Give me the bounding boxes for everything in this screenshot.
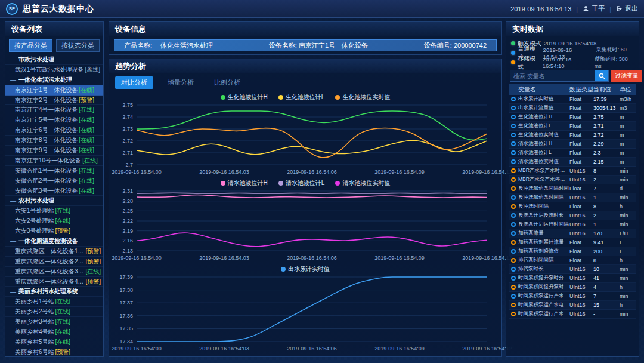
collapse-icon[interactable]: — [10, 198, 16, 204]
collapse-icon[interactable]: — [10, 56, 16, 63]
tree-device-item[interactable]: 南京江宁2号一体化设备[预警] [5, 96, 103, 106]
tab-compare-analysis[interactable]: 对比分析 [115, 76, 153, 89]
variable-row[interactable]: 清水池液位计LFloat2.3m [509, 149, 636, 158]
variable-row[interactable]: 出水累计实时值Float17.39m3/h [509, 95, 636, 104]
variable-search-input[interactable] [510, 70, 595, 81]
y-tick-label: 2.22 [122, 218, 133, 224]
tree-device-item[interactable]: 美丽乡村4号站[在线] [5, 327, 103, 337]
tree-device-item[interactable]: 重庆武隆区一体化设备4号站[预警] [5, 277, 103, 287]
device-label: 南京江宁10号一体化设备 [15, 156, 81, 165]
variable-row[interactable]: 加药泵流量UInt16170L/H [509, 229, 636, 238]
logout-button[interactable]: 退出 [616, 4, 638, 13]
variable-row[interactable]: 时间累积泵运行产水电动阀分UInt16-min [509, 310, 636, 319]
tree-category[interactable]: —一体化厕温度检测设备 [5, 236, 103, 247]
tree-device-item[interactable]: 安徽合肥3号一体化设备[在线] [5, 186, 103, 196]
variable-row[interactable]: 排污泵时间间隔Float8h [509, 256, 636, 265]
legend-item[interactable]: 生化池液位计H [221, 93, 268, 101]
tree-device-item[interactable]: 南京江宁5号一体化设备[在线] [5, 115, 103, 125]
variable-row[interactable]: MBR产水泵产水时间分UInt168min [509, 167, 636, 176]
tree-device-item[interactable]: 安徽合肥1号一体化设备[在线] [5, 166, 103, 176]
tree-device-item[interactable]: 南京江宁4号一体化设备[在线] [5, 105, 103, 115]
cell-variable-name: 出水累计实时值 [518, 96, 569, 103]
collapse-icon[interactable]: — [10, 76, 16, 83]
tab-by-product[interactable]: 按产品分类 [9, 39, 52, 52]
variable-row[interactable]: 加药泵药剂瞬流值Float200L [509, 247, 636, 256]
legend-item[interactable]: 生化池液位实时值 [335, 93, 390, 101]
cell-unit: d [620, 186, 636, 192]
tree-device-item[interactable]: 安徽合肥2号一体化设备[在线] [5, 176, 103, 186]
status-tag: [在线] [79, 146, 95, 155]
y-tick-label: 2.19 [122, 228, 133, 234]
x-axis: 2019-09-16 16:54:002019-09-16 16:54:0320… [137, 345, 487, 353]
status-tag: [在线] [79, 86, 95, 94]
tree-device-item[interactable]: 美丽乡村3号站[在线] [5, 317, 103, 327]
tab-ratio-analysis[interactable]: 比例分析 [208, 76, 246, 89]
device-list-title: 设备列表 [5, 22, 103, 36]
tree-device-item[interactable]: 六安1号处理站[在线] [5, 206, 103, 216]
tree-device-item[interactable]: 六安3号处理站[预警] [5, 226, 103, 236]
legend-item[interactable]: 清水池液位计H [221, 179, 268, 187]
tree-category[interactable]: —一体化生活污水处理 [5, 75, 103, 85]
variable-row[interactable]: 时间累积泵运行产水电动阀分UInt167min [509, 292, 636, 301]
tree-device-item[interactable]: 南京江宁9号一体化设备[在线] [5, 146, 103, 156]
variable-row[interactable]: 时间累积泵运产水电动阀时UInt1615h [509, 301, 636, 310]
variable-row[interactable]: 加药泵药剂累计流量Float9.41L [509, 238, 636, 247]
status-tag: [在线] [82, 156, 98, 165]
cell-current-value: 2 [593, 213, 620, 219]
variable-row[interactable]: 清水池液位实时值Float2.15m [509, 158, 636, 167]
realtime-title: 实时数据 [506, 22, 639, 36]
cell-unit: h [620, 257, 636, 263]
tree-category[interactable]: —美丽乡村污水处理系统 [5, 287, 103, 297]
tree-category[interactable]: —农村污水处理 [5, 196, 103, 206]
collapse-icon[interactable]: — [10, 288, 16, 295]
chart-plot[interactable] [137, 188, 487, 254]
variable-row[interactable]: 生化池液位实时值Float2.72m [509, 131, 636, 140]
logout-icon [616, 5, 623, 12]
tab-increment-analysis[interactable]: 增量分析 [162, 76, 200, 89]
cell-variable-name: 出水累计流量值 [518, 104, 569, 112]
variable-row[interactable]: 清水池液位计HFloat2.29m [509, 140, 636, 149]
user-menu[interactable]: 王平 [583, 4, 605, 13]
variable-row[interactable]: 排污泵时长UInt1610min [509, 265, 636, 274]
variable-status-icon [511, 150, 516, 155]
variable-row[interactable]: 反冲洗加药泵间隔时间Float7d [509, 184, 636, 193]
search-button[interactable] [595, 70, 608, 81]
tree-device-item[interactable]: 南京江宁10号一体化设备[在线] [5, 156, 103, 166]
tree-device-item[interactable]: 六安2号处理站[在线] [5, 216, 103, 226]
legend-dot-icon [221, 95, 225, 100]
tree-device-item[interactable]: 美丽乡村6号站[预警] [5, 347, 103, 356]
variable-row[interactable]: 时间累积提升泵时分UInt1641min [509, 274, 636, 283]
tree-device-item[interactable]: 重庆武隆区一体化设备1号站[预警] [5, 247, 103, 257]
filter-variables-button[interactable]: 过滤变量 [611, 70, 642, 82]
tree-device-item[interactable]: 重庆武隆区一体化设备2号站[预警] [5, 257, 103, 267]
legend-item[interactable]: 出水累计实时值 [281, 265, 330, 273]
cell-data-type: Float [569, 159, 593, 165]
tree-device-item[interactable]: 南京江宁1号一体化设备[在线] [5, 85, 103, 96]
variable-row[interactable]: 反冲洗加药泵时间隔UInt161min [509, 193, 636, 202]
tree-device-item[interactable]: 南京江宁8号一体化设备[在线] [5, 136, 103, 146]
legend-item[interactable]: 清水池液位实时值 [335, 179, 390, 187]
tree-device-item[interactable]: 重庆武隆区一体化设备3号站[在线] [5, 267, 103, 277]
variable-row[interactable]: 反冲洗时间隔Float8h [509, 202, 636, 211]
legend-label: 生化池液位计H [228, 93, 268, 101]
tree-device-item[interactable]: 美丽乡村5号站[在线] [5, 337, 103, 347]
tree-device-item[interactable]: 南京江宁6号一体化设备[在线] [5, 125, 103, 136]
variable-row[interactable]: 生化池液位计HFloat2.75m [509, 113, 636, 122]
collapse-icon[interactable]: — [10, 238, 16, 244]
tree-device-item[interactable]: 美丽乡村2号站[在线] [5, 307, 103, 317]
chart-plot[interactable] [137, 102, 487, 168]
variable-row[interactable]: 时间累积间提升泵时UInt164h [509, 283, 636, 292]
legend-item[interactable]: 清水池液位计L [278, 179, 325, 187]
chart-plot[interactable] [137, 274, 487, 344]
table-body: 出水累计实时值Float17.39m3/h出水累计流量值Float30054.1… [509, 95, 636, 319]
variable-row[interactable]: 生化池液位计LFloat2.71m [509, 122, 636, 131]
variable-row[interactable]: 反洗泵开启运行时间隔UInt161min [509, 220, 636, 229]
tree-device-item[interactable]: 武汉1号市政污水处理设备[离线] [5, 65, 103, 75]
variable-row[interactable]: 出水累计流量值Float30054.13m3 [509, 104, 636, 113]
tree-category[interactable]: —市政污水处理 [5, 55, 103, 65]
legend-item[interactable]: 生化池液位计L [278, 93, 325, 101]
tree-device-item[interactable]: 美丽乡村1号站[在线] [5, 297, 103, 307]
variable-row[interactable]: MBR产水泵产水停时间分UInt162min [509, 176, 636, 184]
tab-by-status[interactable]: 按状态分类 [56, 39, 100, 52]
variable-row[interactable]: 反洗泵开启反洗时长UInt162min [509, 211, 636, 220]
